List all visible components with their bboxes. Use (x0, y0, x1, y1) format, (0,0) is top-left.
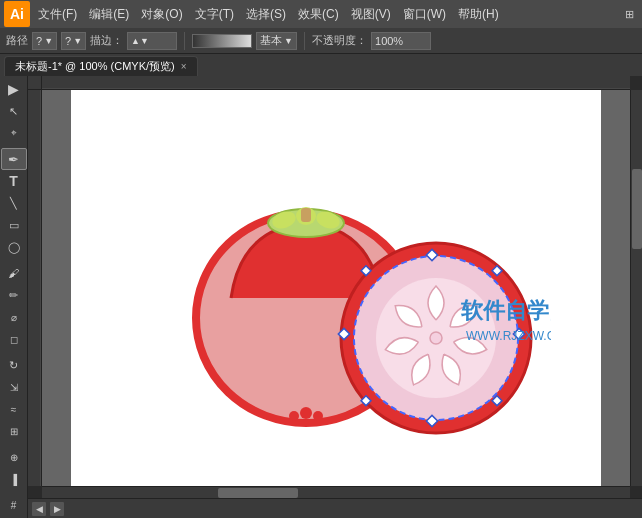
tool-free-transform[interactable]: ⊞ (1, 420, 27, 442)
svg-rect-9 (301, 208, 311, 222)
stroke-preview (192, 34, 252, 48)
tool-blob[interactable]: ⌀ (1, 306, 27, 328)
toolbox: 钢笔工具 (P) ▶ ↖ ⌖ ✒ T ╲ ▭ ◯ 🖌 ✏ ⌀ ◻ ↻ ⇲ ≈ ⊞… (0, 76, 28, 518)
scroll-right-button[interactable]: ▶ (50, 502, 64, 516)
tool-brush[interactable]: 🖌 (1, 262, 27, 284)
status-bar: ◀ ▶ (28, 498, 642, 518)
canvas: 软件自学网 WWW.RJZXW.COM (71, 90, 601, 486)
tool-pen[interactable]: ✒ (1, 148, 27, 170)
document-tab[interactable]: 未标题-1* @ 100% (CMYK/预览) × (4, 56, 198, 76)
menu-effect[interactable]: 效果(C) (292, 4, 345, 25)
tool-mesh[interactable]: # (1, 494, 27, 516)
ruler-horizontal: for(var i=0;i<600;i+=10){ document.curre… (42, 76, 630, 90)
tab-title: 未标题-1* @ 100% (CMYK/预览) (15, 59, 175, 74)
illustration: 软件自学网 WWW.RJZXW.COM (151, 108, 551, 468)
tool-scale[interactable]: ⇲ (1, 376, 27, 398)
app-logo: Ai (4, 1, 30, 27)
tool-select[interactable]: ▶ (1, 78, 27, 100)
tool-lasso[interactable]: ⌖ (1, 122, 27, 144)
menu-object[interactable]: 对象(O) (135, 4, 188, 25)
scrollbar-h-thumb[interactable] (218, 488, 298, 498)
ruler-vertical (28, 90, 42, 486)
tool-direct-select[interactable]: ↖ (1, 100, 27, 122)
scrollbar-vertical[interactable] (630, 90, 642, 486)
menu-select[interactable]: 选择(S) (240, 4, 292, 25)
menu-help[interactable]: 帮助(H) (452, 4, 505, 25)
svg-point-11 (289, 411, 299, 421)
tool-warp[interactable]: ≈ (1, 398, 27, 420)
menu-bar: Ai 文件(F) 编辑(E) 对象(O) 文字(T) 选择(S) 效果(C) 视… (0, 0, 642, 28)
tool-type[interactable]: T (1, 170, 27, 192)
tab-close-button[interactable]: × (181, 61, 187, 72)
scrollbar-v-thumb[interactable] (632, 169, 642, 249)
menu-window[interactable]: 窗口(W) (397, 4, 452, 25)
scroll-left-button[interactable]: ◀ (32, 502, 46, 516)
tool-rect[interactable]: ▭ (1, 214, 27, 236)
tool-eraser[interactable]: ◻ (1, 328, 27, 350)
menu-edit[interactable]: 编辑(E) (83, 4, 135, 25)
base-dropdown[interactable]: 基本▼ (256, 32, 297, 50)
svg-text:软件自学网: 软件自学网 (460, 298, 551, 323)
tool-rotate[interactable]: ↻ (1, 354, 27, 376)
tool-pencil[interactable]: ✏ (1, 284, 27, 306)
option-dropdown2[interactable]: ?▼ (61, 32, 86, 50)
svg-text:WWW.RJZXW.COM: WWW.RJZXW.COM (466, 329, 551, 343)
svg-point-12 (313, 411, 323, 421)
option-dropdown1[interactable]: ?▼ (32, 32, 57, 50)
canvas-area: 软件自学网 WWW.RJZXW.COM (42, 90, 630, 486)
svg-point-17 (430, 332, 442, 344)
tab-bar: 未标题-1* @ 100% (CMYK/预览) × (0, 54, 642, 76)
stroke-dropdown[interactable]: ▲▼ (127, 32, 177, 50)
main-area: 钢笔工具 (P) ▶ ↖ ⌖ ✒ T ╲ ▭ ◯ 🖌 ✏ ⌀ ◻ ↻ ⇲ ≈ ⊞… (0, 76, 642, 518)
tool-ellipse[interactable]: ◯ (1, 236, 27, 258)
opacity-input[interactable]: 100% (371, 32, 431, 50)
menu-view[interactable]: 视图(V) (345, 4, 397, 25)
menu-file[interactable]: 文件(F) (32, 4, 83, 25)
path-label: 路径 (6, 33, 28, 48)
options-bar: 路径 ?▼ ?▼ 描边： ▲▼ 基本▼ 不透明度： 100% (0, 28, 642, 54)
tool-symbol[interactable]: ⊕ (1, 446, 27, 468)
tool-graph[interactable]: ▐ (1, 468, 27, 490)
menu-items: 文件(F) 编辑(E) 对象(O) 文字(T) 选择(S) 效果(C) 视图(V… (32, 4, 638, 25)
ruler-corner (28, 76, 42, 90)
opacity-label: 不透明度： (312, 33, 367, 48)
stroke-label: 描边： (90, 33, 123, 48)
scrollbar-horizontal[interactable] (42, 486, 630, 498)
menu-text[interactable]: 文字(T) (189, 4, 240, 25)
tool-line[interactable]: ╲ (1, 192, 27, 214)
svg-point-10 (300, 407, 312, 419)
